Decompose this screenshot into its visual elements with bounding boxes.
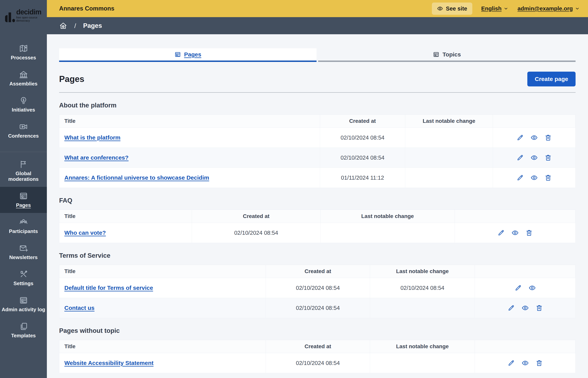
sidebar-item-settings[interactable]: Settings <box>0 265 47 291</box>
preview-icon[interactable] <box>530 134 538 141</box>
sidebar-item-admin-activity-log[interactable]: Admin activity log <box>0 291 47 317</box>
logo-brand: decidim <box>16 9 47 15</box>
team-icon <box>19 218 28 227</box>
delete-icon[interactable] <box>536 304 543 312</box>
sidebar-item-label: Admin activity log <box>2 307 45 313</box>
last-notable-change-cell <box>370 353 475 373</box>
table-row: Contact us02/10/2024 08:54 <box>59 298 575 318</box>
sidebar-item-label: Settings <box>13 281 33 286</box>
created-at-cell: 02/10/2024 08:54 <box>320 128 405 148</box>
preview-icon[interactable] <box>528 284 536 292</box>
decidim-logo-mark: decidim free open-source democracy <box>5 9 47 22</box>
chevron-down-icon <box>503 6 509 11</box>
column-header-title: Title <box>59 115 320 128</box>
sidebar-item-global-moderations[interactable]: Global moderations <box>0 155 47 187</box>
language-dropdown[interactable]: English <box>481 5 509 12</box>
chevron-down-icon <box>575 6 580 11</box>
preview-icon[interactable] <box>511 229 519 236</box>
preview-icon[interactable] <box>522 304 529 312</box>
logo-shape <box>9 13 11 22</box>
column-header-title: Title <box>59 210 192 223</box>
pages-topic-section: Pages without topicTitleCreated atLast n… <box>59 327 575 373</box>
delete-icon[interactable] <box>544 134 552 141</box>
page-title-cell: Contact us <box>59 298 266 318</box>
page-link[interactable]: Contact us <box>64 305 94 311</box>
column-header-last-notable-change: Last notable change <box>320 210 455 223</box>
table-row: Default title for Terms of service02/10/… <box>59 278 575 298</box>
tab-label: Topics <box>443 51 461 58</box>
section-title: Pages without topic <box>59 327 575 334</box>
pages-table: TitleCreated atLast notable changeWebsit… <box>59 340 575 373</box>
delete-icon[interactable] <box>544 154 552 161</box>
preview-icon[interactable] <box>530 154 538 161</box>
last-notable-change-cell <box>405 168 493 188</box>
table-row: Website Accessibility Statement02/10/202… <box>59 353 575 373</box>
create-page-button[interactable]: Create page <box>527 72 575 86</box>
column-header-title: Title <box>59 265 266 278</box>
page-link[interactable]: What is the platform <box>64 134 120 141</box>
language-label: English <box>481 5 502 12</box>
preview-icon[interactable] <box>530 174 538 181</box>
column-header-last-notable-change: Last notable change <box>370 265 475 278</box>
map-icon <box>19 44 28 53</box>
last-notable-change-cell <box>320 223 455 243</box>
page-link[interactable]: What are conferences? <box>64 154 128 161</box>
column-header-last-notable-change: Last notable change <box>405 115 493 128</box>
sidebar-item-participants[interactable]: Participants <box>0 213 47 239</box>
page-link[interactable]: Default title for Terms of service <box>64 284 153 291</box>
logo-dot <box>12 19 15 22</box>
page-link[interactable]: Who can vote? <box>64 230 106 236</box>
sidebar-item-templates[interactable]: Templates <box>0 317 47 343</box>
edit-icon[interactable] <box>516 174 524 181</box>
section-title: Terms of Service <box>59 252 575 259</box>
edit-icon[interactable] <box>516 154 524 161</box>
tab-label: Pages <box>184 51 201 58</box>
tab-pages[interactable]: Pages <box>59 48 317 62</box>
article-icon <box>19 296 28 305</box>
delete-icon[interactable] <box>544 174 552 181</box>
created-at-cell: 02/10/2024 08:54 <box>266 298 370 318</box>
home-gear-icon[interactable] <box>59 22 67 30</box>
sidebar-item-processes[interactable]: Processes <box>0 39 47 65</box>
pages-table: TitleCreated atLast notable changeDefaul… <box>59 265 575 318</box>
actions-cell <box>493 128 575 148</box>
delete-icon[interactable] <box>536 359 543 367</box>
edit-icon[interactable] <box>508 304 515 312</box>
table-row: What is the platform02/10/2024 08:54 <box>59 128 575 148</box>
edit-icon[interactable] <box>497 229 505 236</box>
article-icon <box>174 51 181 58</box>
actions-cell <box>475 278 575 298</box>
sidebar-item-newsletters[interactable]: Newsletters <box>0 239 47 265</box>
section-title: FAQ <box>59 197 575 204</box>
page-link[interactable]: Annares: A fictionnal universe to showca… <box>64 175 209 181</box>
user-menu-dropdown[interactable]: admin@example.org <box>517 5 580 12</box>
mail-add-icon <box>19 244 28 253</box>
flag-icon <box>19 160 28 169</box>
sidebar-item-pages[interactable]: Pages <box>0 187 47 213</box>
edit-icon[interactable] <box>508 359 515 367</box>
preview-icon[interactable] <box>522 359 529 367</box>
tab-topics[interactable]: Topics <box>318 48 575 62</box>
table-row: Annares: A fictionnal universe to showca… <box>59 168 575 188</box>
created-at-cell: 02/10/2024 08:54 <box>266 278 370 298</box>
sidebar-item-label: Processes <box>11 55 36 61</box>
sidebar-group: Global moderationsPagesParticipantsNewsl… <box>0 152 47 343</box>
table-row: Who can vote?02/10/2024 08:54 <box>59 223 575 243</box>
column-header-last-notable-change: Last notable change <box>370 340 475 353</box>
breadcrumb-separator: / <box>74 22 76 30</box>
page-title-cell: Default title for Terms of service <box>59 278 266 298</box>
sidebar-item-conferences[interactable]: Conferences <box>0 118 47 144</box>
page-title-cell: What are conferences? <box>59 148 320 168</box>
sidebar-item-label: Assemblies <box>9 81 38 87</box>
edit-icon[interactable] <box>516 134 524 141</box>
sidebar-item-label: Conferences <box>8 133 39 139</box>
sidebar-item-assemblies[interactable]: Assemblies <box>0 65 47 92</box>
created-at-cell: 02/10/2024 08:54 <box>266 353 370 373</box>
edit-icon[interactable] <box>514 284 522 292</box>
sidebar-item-initiatives[interactable]: Initiatives <box>0 92 47 118</box>
see-site-button[interactable]: See site <box>432 2 472 15</box>
section-title: About the platform <box>59 102 575 109</box>
pages-topic-section: FAQTitleCreated atLast notable changeWho… <box>59 197 575 243</box>
page-link[interactable]: Website Accessibility Statement <box>64 360 153 366</box>
delete-icon[interactable] <box>525 229 533 236</box>
